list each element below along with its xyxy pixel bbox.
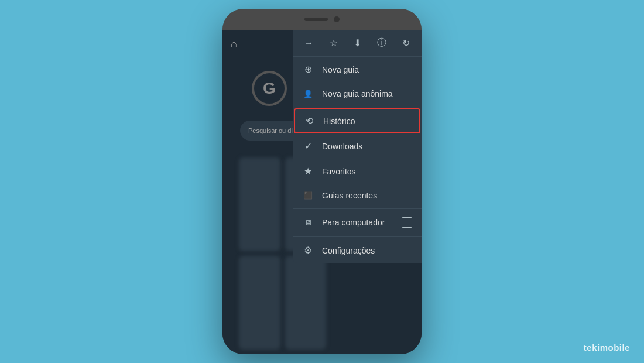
configuracoes-icon: ⚙ <box>302 245 314 256</box>
google-logo: G <box>246 65 293 112</box>
para-computador-checkbox[interactable] <box>402 217 412 228</box>
thumb-4 <box>285 256 327 350</box>
divider-1 <box>293 107 422 107</box>
menu-item-downloads[interactable]: ✓ Downloads <box>293 133 422 159</box>
downloads-icon: ✓ <box>302 141 314 152</box>
watermark-bold: mobile <box>600 343 630 352</box>
phone-frame: ⌂ G Pesquisar ou dig → ☆ ⬇ <box>222 9 422 354</box>
thumb-3 <box>239 256 280 350</box>
favoritos-label: Favoritos <box>322 167 356 176</box>
camera-notch <box>334 16 340 22</box>
configuracoes-label: Configurações <box>322 246 375 255</box>
nova-guia-anonima-icon: 👤 <box>302 90 314 98</box>
nova-guia-anonima-label: Nova guia anônima <box>322 89 393 98</box>
menu-item-para-computador[interactable]: 🖥 Para computador <box>293 210 422 235</box>
home-icon[interactable]: ⌂ <box>231 38 237 50</box>
phone-top-bar <box>222 9 422 30</box>
divider-3 <box>293 236 422 237</box>
watermark: tekimobile <box>584 343 630 352</box>
favoritos-icon: ★ <box>302 166 314 177</box>
search-placeholder-text: Pesquisar ou dig <box>248 127 296 134</box>
phone-screen: ⌂ G Pesquisar ou dig → ☆ ⬇ <box>222 30 422 354</box>
para-computador-label: Para computador <box>322 218 385 227</box>
refresh-icon[interactable]: ↻ <box>400 35 412 51</box>
menu-item-nova-guia[interactable]: ⊕ Nova guia <box>293 57 422 82</box>
downloads-label: Downloads <box>322 142 362 151</box>
menu-item-configuracoes[interactable]: ⚙ Configurações <box>293 238 422 263</box>
google-g-letter: G <box>252 71 287 106</box>
historico-label: Histórico <box>323 117 355 126</box>
download-icon[interactable]: ⬇ <box>351 35 364 51</box>
divider-2 <box>293 208 422 209</box>
para-computador-icon: 🖥 <box>302 218 314 227</box>
guias-recentes-icon: ⬛ <box>302 191 314 200</box>
forward-icon[interactable]: → <box>302 36 316 51</box>
thumb-1 <box>239 157 280 251</box>
menu-item-guias-recentes[interactable]: ⬛ Guias recentes <box>293 184 422 207</box>
speaker-notch <box>304 18 328 21</box>
watermark-normal: teki <box>584 343 600 352</box>
menu-item-nova-guia-anonima[interactable]: 👤 Nova guia anônima <box>293 82 422 105</box>
menu-item-favoritos[interactable]: ★ Favoritos <box>293 159 422 184</box>
browser-toolbar: → ☆ ⬇ ⓘ ↻ <box>293 30 422 57</box>
guias-recentes-label: Guias recentes <box>322 191 377 200</box>
dropdown-menu: → ☆ ⬇ ⓘ ↻ ⊕ Nova guia 👤 Nova guia anônim… <box>293 30 422 263</box>
info-icon[interactable]: ⓘ <box>375 35 389 52</box>
historico-icon: ⟲ <box>303 115 315 126</box>
nova-guia-label: Nova guia <box>322 65 359 74</box>
menu-item-historico[interactable]: ⟲ Histórico <box>294 108 420 133</box>
bookmark-icon[interactable]: ☆ <box>327 35 340 51</box>
nova-guia-icon: ⊕ <box>302 64 314 75</box>
thumb-row-2 <box>239 256 326 350</box>
